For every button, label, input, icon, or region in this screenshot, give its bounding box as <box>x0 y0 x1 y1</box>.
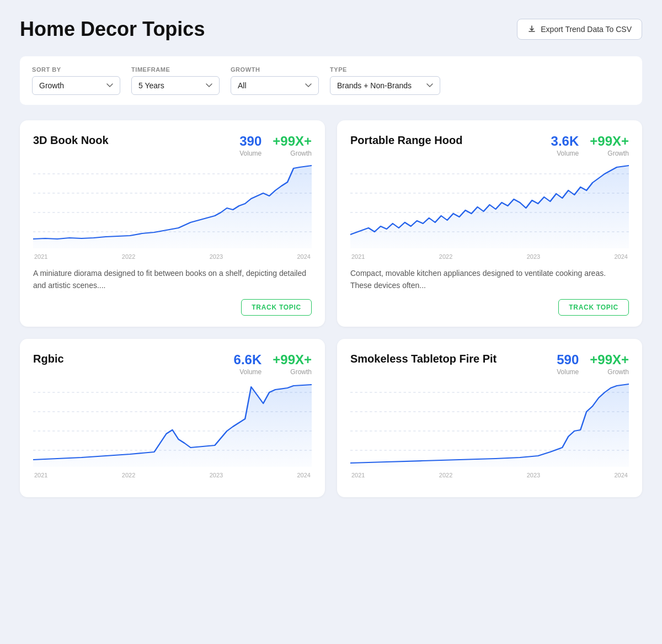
card-title: 3D Book Nook <box>33 134 109 147</box>
chart-area <box>33 163 312 251</box>
track-topic-button[interactable]: TRACK TOPIC <box>241 299 312 316</box>
growth-label: Growth <box>607 368 629 376</box>
card-title: Rgbic <box>33 352 64 366</box>
type-label: TYPE <box>330 66 440 73</box>
card-smokeless-fire-pit: Smokeless Tabletop Fire Pit 590 Volume +… <box>337 339 642 497</box>
filters-bar: SORT BY Growth Volume Trending TIMEFRAME… <box>20 56 642 105</box>
card-title: Portable Range Hood <box>350 134 462 147</box>
volume-label: Volume <box>239 368 261 376</box>
chart-labels: 2021 2022 2023 2024 <box>350 253 629 260</box>
card-description: Compact, movable kitchen appliances desi… <box>350 268 629 291</box>
chart-area <box>33 381 312 470</box>
card-metrics: 3.6K Volume +99X+ Growth <box>551 134 629 157</box>
card-title: Smokeless Tabletop Fire Pit <box>350 352 496 366</box>
track-topic-button[interactable]: TRACK TOPIC <box>558 299 629 316</box>
volume-label: Volume <box>557 150 579 157</box>
volume-value: 590 <box>557 352 579 368</box>
sort-by-filter: SORT BY Growth Volume Trending <box>32 66 120 95</box>
volume-value: 390 <box>239 134 261 149</box>
volume-value: 6.6K <box>234 352 262 368</box>
export-button[interactable]: Export Trend Data To CSV <box>517 19 642 40</box>
volume-label: Volume <box>239 150 261 157</box>
download-icon <box>527 25 536 34</box>
growth-filter: GROWTH All High Medium Low <box>231 66 319 95</box>
card-metrics: 590 Volume +99X+ Growth <box>557 352 629 376</box>
timeframe-label: TIMEFRAME <box>131 66 220 73</box>
card-description: A miniature diorama designed to fit betw… <box>33 268 312 291</box>
chart-labels: 2021 2022 2023 2024 <box>33 253 312 260</box>
growth-label: Growth <box>290 150 312 157</box>
card-metrics: 390 Volume +99X+ Growth <box>239 134 312 157</box>
volume-value: 3.6K <box>551 134 579 149</box>
growth-value: +99X+ <box>273 134 312 149</box>
growth-value: +99X+ <box>273 352 312 368</box>
type-filter: TYPE Brands + Non-Brands Brands Only Non… <box>330 66 440 95</box>
volume-label: Volume <box>557 368 579 376</box>
growth-label: Growth <box>607 150 629 157</box>
growth-select[interactable]: All High Medium Low <box>231 76 319 95</box>
timeframe-select[interactable]: 1 Year 2 Years 5 Years All Time <box>131 76 220 95</box>
card-3d-book-nook: 3D Book Nook 390 Volume +99X+ Growth <box>20 120 325 327</box>
card-portable-range-hood: Portable Range Hood 3.6K Volume +99X+ Gr… <box>337 120 642 327</box>
sort-by-select[interactable]: Growth Volume Trending <box>32 76 120 95</box>
cards-grid: 3D Book Nook 390 Volume +99X+ Growth <box>20 120 642 497</box>
chart-labels: 2021 2022 2023 2024 <box>33 472 312 478</box>
timeframe-filter: TIMEFRAME 1 Year 2 Years 5 Years All Tim… <box>131 66 220 95</box>
growth-label: GROWTH <box>231 66 319 73</box>
chart-area <box>350 381 629 470</box>
growth-value: +99X+ <box>590 134 629 149</box>
growth-value: +99X+ <box>590 352 629 368</box>
growth-label: Growth <box>290 368 312 376</box>
sort-by-label: SORT BY <box>32 66 120 73</box>
card-rgbic: Rgbic 6.6K Volume +99X+ Growth <box>20 339 325 497</box>
chart-labels: 2021 2022 2023 2024 <box>350 472 629 478</box>
page-title: Home Decor Topics <box>20 18 205 41</box>
type-select[interactable]: Brands + Non-Brands Brands Only Non-Bran… <box>330 76 440 95</box>
card-metrics: 6.6K Volume +99X+ Growth <box>234 352 312 376</box>
chart-area <box>350 163 629 251</box>
